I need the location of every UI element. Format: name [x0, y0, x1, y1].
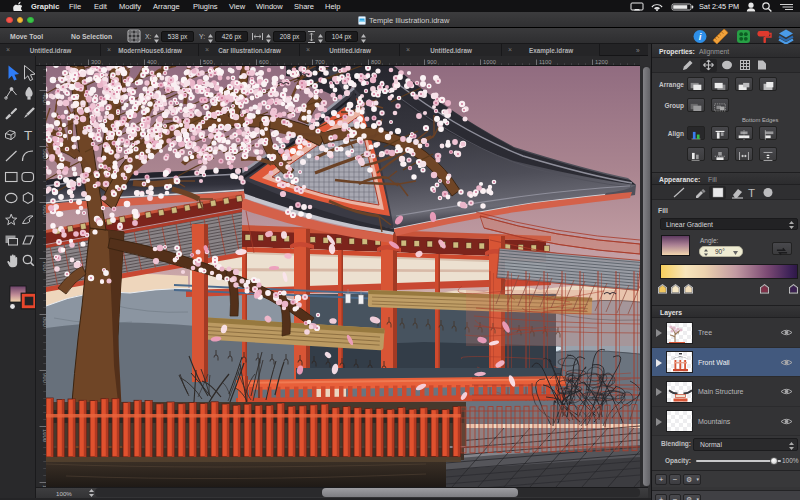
svg-text:800: 800 — [371, 59, 381, 65]
svg-text:1200: 1200 — [595, 59, 608, 65]
svg-text:i: i — [699, 30, 702, 41]
svg-text:1100: 1100 — [539, 59, 551, 65]
svg-text:400: 400 — [147, 59, 157, 65]
svg-text:300: 300 — [91, 59, 101, 65]
svg-text:500: 500 — [203, 59, 213, 65]
svg-text:T: T — [748, 187, 755, 199]
svg-text:700: 700 — [315, 59, 325, 65]
svg-text:1000: 1000 — [483, 59, 496, 65]
svg-text:600: 600 — [259, 59, 269, 65]
svg-text:900: 900 — [427, 59, 437, 65]
svg-text:T: T — [24, 128, 32, 143]
